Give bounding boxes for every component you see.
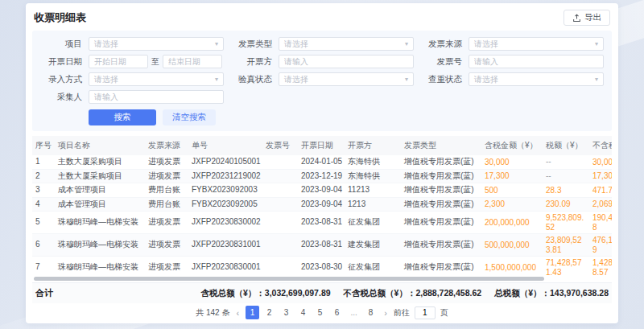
table-row[interactable]: 6珠穆朗玛峰—电梯安装进项发票JXFP202308310012023-08-31… <box>32 234 612 257</box>
cell-issuer: 1213 <box>345 197 401 212</box>
clear-search-button[interactable]: 清空搜索 <box>163 109 216 125</box>
horizontal-scrollbar[interactable] <box>32 277 612 281</box>
cell-tax: 230.09 <box>543 197 589 212</box>
column-header: 开票日期 <box>298 136 345 155</box>
column-header: 发票号 <box>262 136 298 155</box>
filter-issuer-label: 开票方 <box>230 56 272 68</box>
pager-page-5[interactable]: 5 <box>313 306 327 319</box>
table-row[interactable]: 7珠穆朗玛峰—电梯安装进项发票JXFP202308300012023-08-30… <box>32 257 612 276</box>
cell-source: 进项发票 <box>145 234 188 257</box>
invoice-type-select-value: 请选择 <box>284 39 308 50</box>
cell-amount: 200,000,000 <box>481 212 543 234</box>
filter-project-label: 项目 <box>40 39 82 50</box>
cell-type: 增值税专用发票(蓝) <box>401 234 481 257</box>
total-excl-tax-label: 不含税总额（¥）： <box>344 288 416 298</box>
project-select[interactable]: 请选择 ▾ <box>89 37 224 51</box>
invoice-type-select[interactable]: 请选择 ▾ <box>279 37 414 51</box>
cell-no: 3 <box>32 183 55 198</box>
cell-source: 进项发票 <box>145 257 188 276</box>
cell-invoice_no <box>262 169 298 183</box>
cell-issuer: 征发集团 <box>345 212 401 234</box>
total-excl-tax: 不含税总额（¥）：2,888,728,458.62 <box>344 288 482 299</box>
filter-grid: 项目 请选择 ▾ 发票类型 请选择 ▾ 发票来源 请选择 ▾ 开票日期 <box>40 37 604 104</box>
cell-net: 476,190,476.19 <box>589 234 612 257</box>
total-tax-label: 总税额（¥）： <box>494 288 550 298</box>
cell-tax: -- <box>543 155 589 169</box>
total-excl-tax-value: 2,888,728,458.62 <box>415 288 481 298</box>
cell-invoice_no <box>262 234 298 257</box>
invoice-date-range: 至 <box>89 55 224 68</box>
total-incl-tax-value: 3,032,699,097.89 <box>265 288 331 298</box>
table-row[interactable]: 2主数大厦采购项目进项发票JXFP202312190022023-12-19东海… <box>32 169 612 183</box>
pager-page-4[interactable]: 4 <box>296 306 310 319</box>
cell-net: 2,069.91 <box>589 197 612 212</box>
pager-page-1[interactable]: 1 <box>246 306 259 319</box>
cell-doc_no: JXFP20240105001 <box>188 155 262 169</box>
invoice-source-select[interactable]: 请选择 ▾ <box>469 37 604 51</box>
pager-ellipsis: ... <box>347 306 361 319</box>
column-header: 开票方 <box>345 136 401 155</box>
start-date-input[interactable] <box>89 55 148 68</box>
total-incl-tax-label: 含税总额（¥）： <box>200 288 264 298</box>
table-row[interactable]: 5珠穆朗玛峰—电梯安装进项发票JXFP202308300022023-08-31… <box>32 212 612 234</box>
pager-page-2[interactable]: 2 <box>262 306 276 319</box>
pager-page-3[interactable]: 3 <box>279 306 293 319</box>
filter-panel: 项目 请选择 ▾ 发票类型 请选择 ▾ 发票来源 请选择 ▾ 开票日期 <box>32 31 612 131</box>
cell-doc_no: FYBX2023092003 <box>188 183 262 198</box>
goto-page-input[interactable] <box>415 306 436 319</box>
filter-actions: 搜索 清空搜索 <box>89 109 604 125</box>
invoice-table: 序号项目名称发票来源单号发票号开票日期开票方发票类型含税金额（¥）税额（¥）不含… <box>32 136 612 275</box>
page: 收票明细表 导出 项目 请选择 ▾ 发票类型 请选择 ▾ <box>0 0 644 329</box>
filter-collector-label: 采集人 <box>40 92 82 103</box>
pager-page-8[interactable]: 8 <box>364 306 378 319</box>
cell-date: 2023-12-19 <box>298 169 345 183</box>
chevron-down-icon: ▾ <box>405 41 408 47</box>
cell-project: 成本管理项目 <box>55 183 145 198</box>
invoice-no-input[interactable] <box>469 55 604 68</box>
cell-no: 4 <box>32 197 55 212</box>
table-row[interactable]: 1主数大厦采购项目进项发票JXFP202401050012024-01-05东海… <box>32 155 612 169</box>
column-header: 含税金额（¥） <box>481 136 543 155</box>
filter-invoice-date-label: 开票日期 <box>40 56 82 68</box>
export-button[interactable]: 导出 <box>564 10 610 26</box>
cell-issuer: 东海特供 <box>345 155 401 169</box>
entry-method-select[interactable]: 请选择 ▾ <box>89 72 224 86</box>
table-row[interactable]: 4成本管理项目费用台账FYBX20230920052023-09-041213增… <box>32 197 612 212</box>
table-row[interactable]: 3成本管理项目费用台账FYBX20230920032023-09-0411213… <box>32 183 612 198</box>
issuer-input[interactable] <box>279 55 414 68</box>
pager-page-6[interactable]: 6 <box>330 306 344 319</box>
cell-date: 2024-01-05 <box>298 155 345 169</box>
chevron-down-icon: ▾ <box>215 41 218 47</box>
next-page-button[interactable]: › <box>382 308 389 318</box>
cell-tax: 23,809,523.81 <box>543 234 589 257</box>
dup-check-status-select[interactable]: 请选择 ▾ <box>469 72 604 86</box>
horizontal-scrollbar-thumb[interactable] <box>34 277 544 281</box>
cell-tax: 9,523,809.52 <box>543 212 589 234</box>
chevron-down-icon: ▾ <box>215 76 218 83</box>
cell-amount: 500,000,000 <box>481 234 543 257</box>
total-tax-value: 143,970,638.28 <box>550 288 609 298</box>
cell-no: 6 <box>32 234 55 257</box>
verify-status-select[interactable]: 请选择 ▾ <box>279 72 414 86</box>
end-date-input[interactable] <box>163 55 222 68</box>
cell-amount: 30,000 <box>481 155 543 169</box>
pager-pages: 123456...8 <box>246 306 378 319</box>
cell-project: 成本管理项目 <box>55 197 145 212</box>
column-header: 发票类型 <box>401 136 481 155</box>
cell-project: 珠穆朗玛峰—电梯安装 <box>55 212 145 234</box>
cell-amount: 2,300 <box>481 197 543 212</box>
collector-input[interactable] <box>89 90 224 104</box>
cell-doc_no: JXFP20230831001 <box>188 234 262 257</box>
prev-page-button[interactable]: ‹ <box>234 308 241 318</box>
cell-doc_no: JXFP20230830002 <box>188 212 262 234</box>
dup-check-status-select-value: 请选择 <box>474 74 498 85</box>
total-count: 共 142 条 <box>196 307 229 319</box>
column-header: 单号 <box>188 136 262 155</box>
total-tax: 总税额（¥）：143,970,638.28 <box>494 288 609 299</box>
chevron-down-icon: ▾ <box>595 41 598 47</box>
cell-source: 进项发票 <box>145 155 188 169</box>
verify-status-select-value: 请选择 <box>284 74 308 85</box>
search-button[interactable]: 搜索 <box>89 109 156 125</box>
main-card: 收票明细表 导出 项目 请选择 ▾ 发票类型 请选择 ▾ <box>26 3 618 323</box>
cell-issuer: 东海特供 <box>345 169 401 183</box>
